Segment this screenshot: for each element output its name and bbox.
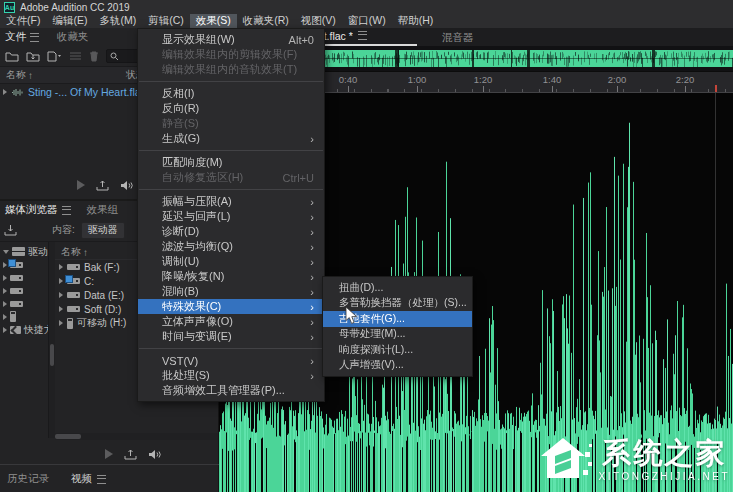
menubar-item[interactable]: 剪辑(C) [142,14,190,28]
drive-icon [67,278,80,284]
menubar-item[interactable]: 多轨(M) [93,14,142,28]
menubar-item-label: 帮助(H) [398,14,434,28]
tree-row[interactable] [0,310,48,323]
expand-arrow-icon[interactable] [3,275,7,281]
tree-row[interactable]: 快捷方式 [0,323,48,336]
tab-mixer[interactable]: 混音器 [433,29,483,46]
expand-arrow-icon[interactable] [59,320,63,326]
submenu-item[interactable]: 响度探测计(L)... [323,342,472,358]
open-file-icon[interactable] [5,51,19,62]
effects-menu-item[interactable]: 延迟与回声(L) › [138,209,324,224]
import-into-files-icon[interactable] [4,224,18,236]
trash-icon[interactable] [89,51,99,62]
effects-menu-item[interactable]: 降噪/恢复(N) › [138,269,324,284]
export-icon[interactable] [124,449,137,460]
menubar-item[interactable]: 文件(F) [0,14,46,28]
tab-video[interactable]: 视频 [71,472,106,486]
play-icon[interactable] [77,180,85,190]
menubar-item-label: 效果(S) [196,14,231,28]
effects-menu-item[interactable]: 匹配响度(M) › [138,155,324,170]
menubar-item[interactable]: 编辑(E) [46,14,93,28]
effects-menu-item[interactable]: 混响(B) › [138,284,324,299]
submenu-item[interactable]: 母带处理(M)... [323,327,472,343]
tab-history[interactable]: 历史记录 [7,472,49,486]
submenu-item[interactable]: 扭曲(D)... [323,280,472,296]
content-dropdown[interactable]: 驱动器 [81,222,125,239]
sort-ascending-icon: ↑ [28,70,33,81]
tree-row[interactable] [0,284,48,297]
expand-arrow-icon[interactable] [3,288,7,294]
expand-arrow-icon[interactable] [3,314,7,320]
new-file-icon[interactable] [47,51,62,62]
insert-into-multitrack-icon[interactable] [69,51,82,61]
expand-arrow-icon[interactable] [59,264,63,270]
tree-row[interactable] [0,258,48,271]
effects-menu-item[interactable]: 调制(U) › [138,254,324,269]
tree-row[interactable] [0,271,48,284]
effects-menu-item[interactable]: 自动修复选区(H) Ctrl+U › [138,170,324,185]
expand-arrow-icon[interactable] [3,327,7,333]
effects-menu-item[interactable]: 音频增效工具管理器(P)... › [138,383,324,398]
effects-menu-item[interactable]: 立体声声像(O) › [138,314,324,329]
submenu-arrow-icon: › [310,256,314,268]
menubar-item[interactable]: 窗口(W) [342,14,392,28]
effects-menu-item[interactable]: › [139,150,323,151]
menubar-item[interactable]: 效果(S) [190,14,237,28]
menubar-item[interactable]: 收藏夹(R) [237,14,295,28]
effects-menu-item[interactable]: 批处理(S) › [138,368,324,383]
expand-arrow-icon[interactable] [3,301,7,307]
drive-icon [10,301,23,307]
tab-media-browser[interactable]: 媒体浏览器 [0,203,76,217]
export-icon[interactable] [96,180,109,191]
effects-menu-item[interactable]: › [139,189,323,190]
window-title: Adobe Audition CC 2019 [20,2,130,13]
tab-favorites[interactable]: 收藏夹 [52,30,94,44]
speaker-icon[interactable] [120,180,134,191]
effects-menu-item[interactable]: 诊断(D) › [138,224,324,239]
panel-menu-icon[interactable] [358,31,367,40]
effects-menu-item[interactable]: 编辑效果组内的音轨效果(T) › [138,62,324,77]
expand-arrow-icon[interactable] [3,262,7,268]
tab-effects-rack[interactable]: 效果组 [82,203,124,217]
panel-menu-icon[interactable] [30,33,39,42]
menubar-item-label: 编辑(E) [52,14,87,28]
effects-menu-item[interactable]: 时间与变调(E) › [138,329,324,344]
tree-row[interactable]: 驱动器 [0,245,48,258]
effects-menu-item[interactable]: 显示效果组(W) Alt+0 › [138,32,324,47]
effects-menu-item[interactable]: 特殊效果(C) › [138,299,324,314]
effects-menu-item[interactable]: 反相(I) › [138,86,324,101]
play-icon[interactable] [105,449,113,459]
menubar-item-label: 多轨(M) [99,14,136,28]
house-logo-icon [541,436,593,484]
effects-menu-item[interactable]: › [139,81,323,82]
expand-arrow-icon[interactable] [3,89,7,95]
import-file-icon[interactable] [26,51,40,62]
menubar-item[interactable]: 帮助(H) [392,14,440,28]
menubar-item-label: 文件(F) [6,14,40,28]
list-horizontal-scrollbar[interactable] [55,433,218,440]
tree-row[interactable] [0,297,48,310]
panel-menu-icon[interactable] [97,475,106,484]
menubar-item[interactable]: 视图(V) [295,14,342,28]
effects-menu-item[interactable]: 振幅与压限(A) › [138,194,324,209]
effects-menu-item[interactable]: 生成(G) › [138,131,324,146]
effects-menu-item[interactable]: 编辑效果组内的剪辑效果(F) › [138,47,324,62]
effects-menu-item[interactable]: › [139,348,323,349]
mouse-cursor [345,306,358,325]
expand-arrow-icon[interactable] [3,250,9,254]
effects-menu-item[interactable]: 反向(R) › [138,101,324,116]
tab-files[interactable]: 文件 [0,30,44,44]
watermark-title: 系统之家 [602,439,726,468]
expand-arrow-icon[interactable] [59,278,63,284]
playhead-marker[interactable] [715,85,717,92]
effects-menu-item[interactable]: 滤波与均衡(Q) › [138,239,324,254]
effects-menu-item[interactable]: VST(V) › [138,353,324,368]
expand-arrow-icon[interactable] [59,306,63,312]
submenu-item[interactable]: 人声增强(V)... [323,358,472,374]
expand-arrow-icon[interactable] [59,292,63,298]
speaker-icon[interactable] [148,449,162,460]
drive-icon [10,311,16,322]
panel-menu-icon[interactable] [62,206,71,215]
effects-menu-item[interactable]: 静音(S) › [138,116,324,131]
menubar-item-label: 视图(V) [301,14,336,28]
